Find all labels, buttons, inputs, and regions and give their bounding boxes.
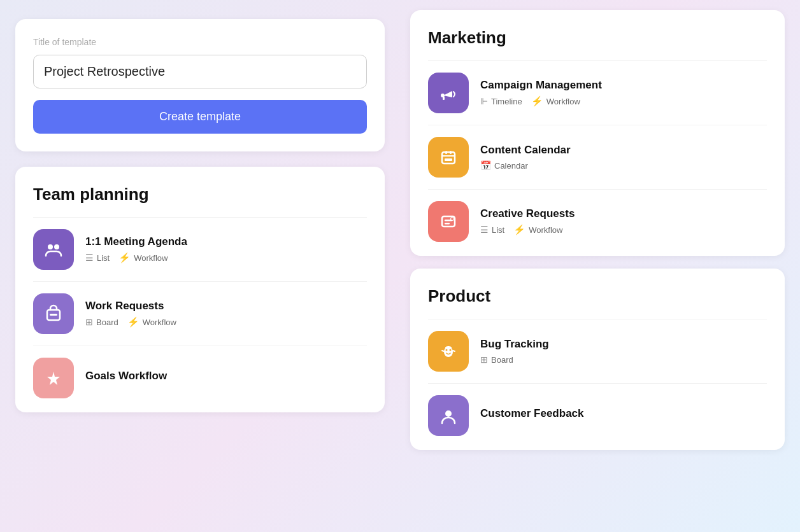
meeting-agenda-icon	[33, 229, 74, 270]
campaign-mgmt-icon	[428, 73, 469, 113]
campaign-mgmt-tags: ⊩ Timeline ⚡ Workflow	[480, 95, 767, 107]
svg-point-1	[54, 244, 59, 249]
lightning-icon: ⚡	[513, 224, 525, 235]
creative-requests-info: Creative Requests ☰ List ⚡ Workflow	[480, 207, 767, 235]
bug-tracking-name: Bug Tracking	[480, 338, 767, 351]
svg-point-17	[445, 410, 452, 417]
timeline-tag: ⊩ Timeline	[480, 96, 522, 106]
template-form-card: Title of template Create template	[15, 19, 385, 151]
product-title: Product	[428, 286, 767, 306]
create-template-button[interactable]: Create template	[33, 100, 367, 134]
svg-rect-12	[445, 223, 450, 225]
content-calendar-icon	[428, 137, 469, 178]
template-form-label: Title of template	[33, 37, 367, 47]
timeline-icon: ⊩	[480, 96, 488, 106]
workflow-tag: ⚡ Workflow	[127, 316, 176, 328]
creative-requests-tags: ☰ List ⚡ Workflow	[480, 224, 767, 235]
bug-tracking-icon	[428, 331, 469, 372]
meeting-agenda-info: 1:1 Meeting Agenda ☰ List ⚡ Workflow	[85, 235, 367, 263]
goals-workflow-info: Goals Workflow	[85, 370, 367, 386]
customer-feedback-info: Customer Feedback	[480, 407, 767, 424]
svg-rect-8	[450, 151, 452, 154]
list-item[interactable]: Goals Workflow	[33, 346, 367, 412]
svg-point-15	[446, 349, 448, 351]
team-planning-card: Team planning 1:1 Meeting Agenda	[15, 167, 385, 412]
team-planning-title: Team planning	[33, 185, 367, 204]
content-calendar-tags: 📅 Calendar	[480, 160, 767, 171]
marketing-title: Marketing	[428, 28, 767, 48]
list-icon: ☰	[85, 253, 94, 263]
marketing-list: Campaign Management ⊩ Timeline ⚡ Workflo…	[428, 60, 767, 256]
work-requests-tags: ⊞ Board ⚡ Workflow	[85, 316, 367, 328]
list-item[interactable]: Work Requests ⊞ Board ⚡ Workflow	[33, 281, 367, 346]
right-panel: Marketing Campaign Management	[400, 0, 800, 532]
list-item[interactable]: Customer Feedback	[428, 383, 767, 450]
svg-point-0	[48, 244, 53, 249]
list-item[interactable]: Campaign Management ⊩ Timeline ⚡ Workflo…	[428, 60, 767, 125]
lightning-icon: ⚡	[127, 316, 139, 328]
goals-workflow-icon	[33, 358, 74, 398]
meeting-agenda-name: 1:1 Meeting Agenda	[85, 235, 367, 248]
marketing-card: Marketing Campaign Management	[410, 10, 785, 256]
board-tag: ⊞ Board	[480, 354, 513, 365]
customer-feedback-icon	[428, 395, 469, 436]
board-icon: ⊞	[480, 354, 488, 365]
lightning-icon: ⚡	[531, 95, 543, 107]
product-list: Bug Tracking ⊞ Board	[428, 319, 767, 450]
calendar-icon: 📅	[480, 160, 491, 171]
workflow-tag: ⚡ Workflow	[118, 252, 168, 263]
meeting-agenda-tags: ☰ List ⚡ Workflow	[85, 252, 367, 263]
list-item[interactable]: Content Calendar 📅 Calendar	[428, 125, 767, 189]
calendar-tag: 📅 Calendar	[480, 160, 528, 171]
list-item[interactable]: 1:1 Meeting Agenda ☰ List ⚡ Workflow	[33, 217, 367, 281]
template-title-input[interactable]	[33, 55, 367, 88]
product-card: Product	[410, 269, 785, 450]
svg-rect-7	[445, 151, 447, 154]
creative-requests-icon	[428, 201, 469, 242]
list-item[interactable]: Bug Tracking ⊞ Board	[428, 319, 767, 383]
board-tag: ⊞ Board	[85, 317, 118, 327]
content-calendar-name: Content Calendar	[480, 144, 767, 157]
campaign-mgmt-info: Campaign Management ⊩ Timeline ⚡ Workflo…	[480, 79, 767, 107]
content-calendar-info: Content Calendar 📅 Calendar	[480, 144, 767, 171]
customer-feedback-name: Customer Feedback	[480, 407, 767, 420]
goals-workflow-name: Goals Workflow	[85, 370, 367, 382]
list-tag: ☰ List	[480, 225, 504, 235]
svg-rect-6	[442, 152, 455, 164]
work-requests-info: Work Requests ⊞ Board ⚡ Workflow	[85, 300, 367, 328]
bug-tracking-tags: ⊞ Board	[480, 354, 767, 365]
team-planning-list: 1:1 Meeting Agenda ☰ List ⚡ Workflow	[33, 217, 367, 412]
bug-tracking-info: Bug Tracking ⊞ Board	[480, 338, 767, 365]
left-panel: Title of template Create template Team p…	[0, 0, 400, 532]
work-requests-icon	[33, 293, 74, 334]
creative-requests-name: Creative Requests	[480, 207, 767, 220]
workflow-tag: ⚡ Workflow	[513, 224, 562, 235]
svg-point-16	[450, 349, 452, 351]
board-icon: ⊞	[85, 317, 93, 327]
workflow-tag: ⚡ Workflow	[531, 95, 580, 107]
list-icon: ☰	[480, 225, 489, 235]
campaign-mgmt-name: Campaign Management	[480, 79, 767, 92]
svg-rect-9	[445, 158, 452, 161]
svg-rect-5	[443, 97, 445, 100]
svg-rect-3	[50, 314, 57, 316]
list-item[interactable]: Creative Requests ☰ List ⚡ Workflow	[428, 189, 767, 256]
work-requests-name: Work Requests	[85, 300, 367, 312]
list-tag: ☰ List	[85, 253, 110, 263]
lightning-icon: ⚡	[118, 252, 131, 263]
